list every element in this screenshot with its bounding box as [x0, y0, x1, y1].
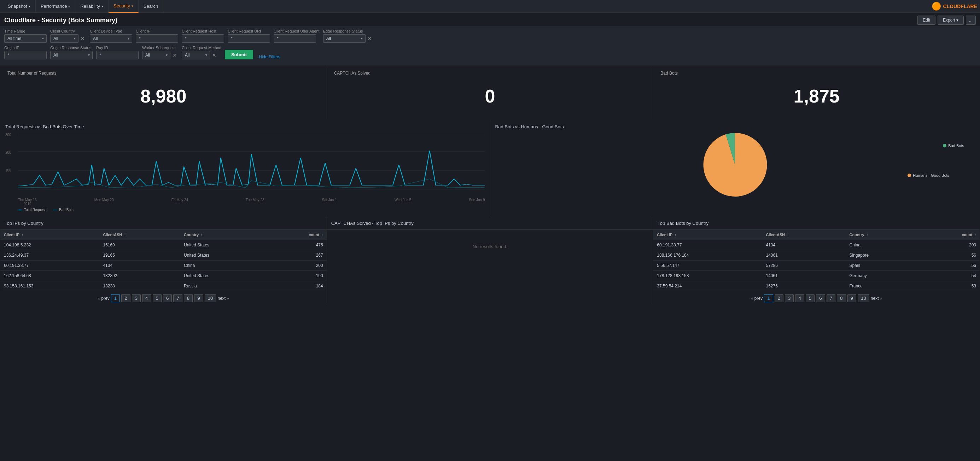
- asn-cell-4: 13238: [99, 281, 180, 291]
- bad-bots-page-3[interactable]: 3: [785, 294, 794, 302]
- hide-filters-link[interactable]: Hide Filters: [259, 54, 280, 59]
- filter-worker-subrequest: Worker Subrequest All ▼ ✕: [142, 46, 178, 59]
- top-ips-page-8[interactable]: 8: [184, 294, 192, 302]
- legend-label-bad: Bad Bots: [59, 208, 73, 212]
- origin-ip-input[interactable]: [4, 51, 47, 59]
- top-ips-page-1[interactable]: 1: [111, 294, 120, 302]
- nav-reliability[interactable]: Reliability ▾: [75, 0, 108, 13]
- count-cell-4: 184: [269, 281, 327, 291]
- snapshot-arrow: ▾: [29, 5, 30, 8]
- client-country-clear[interactable]: ✕: [79, 36, 86, 41]
- top-ips-page-10[interactable]: 10: [205, 294, 216, 302]
- bad-bots-page-6[interactable]: 6: [816, 294, 825, 302]
- client-ip-input[interactable]: [136, 34, 178, 43]
- ray-id-input[interactable]: [96, 51, 138, 59]
- table-row: 136.24.49.37 19165 United States 267: [0, 250, 327, 261]
- bb-count-cell-3: 54: [920, 271, 980, 281]
- edge-response-status-select[interactable]: All: [323, 34, 366, 43]
- bad-bots-page-10[interactable]: 10: [858, 294, 869, 302]
- bad-bots-page-8[interactable]: 8: [837, 294, 846, 302]
- pie-label-humans: Humans - Good Bots: [907, 173, 949, 178]
- nav-performance[interactable]: Performance ▾: [36, 0, 75, 13]
- col-client-ip[interactable]: Client IP ↕: [0, 230, 99, 240]
- pie-chart-card: Bad Bots vs Humans - Good Bots Bad Bots …: [490, 119, 980, 217]
- bad-bots-page-1[interactable]: 1: [764, 294, 773, 302]
- top-ips-page-6[interactable]: 6: [163, 294, 172, 302]
- bb-col-client-ip[interactable]: Client IP ↕: [653, 230, 762, 240]
- pie-chart-svg: [700, 129, 770, 200]
- line-chart-svg: [18, 133, 485, 189]
- top-ips-table: Client IP ↕ ClientASN ↕ Country ↕ count …: [0, 230, 327, 291]
- nav-performance-label: Performance: [41, 3, 67, 9]
- filter-ray-id: Ray ID: [96, 46, 138, 59]
- origin-response-status-select[interactable]: All: [50, 51, 92, 59]
- top-ips-page-9[interactable]: 9: [194, 294, 203, 302]
- edit-button[interactable]: Edit: [918, 16, 935, 25]
- worker-subrequest-clear[interactable]: ✕: [171, 52, 178, 58]
- col-count[interactable]: count ↕: [269, 230, 327, 240]
- top-ips-table-title: Top IPs by Country: [0, 217, 327, 230]
- top-ips-page-3[interactable]: 3: [132, 294, 141, 302]
- bad-bots-page-5[interactable]: 5: [806, 294, 815, 302]
- nav-security-label: Security: [113, 3, 130, 8]
- worker-subrequest-select[interactable]: All: [142, 51, 170, 59]
- client-request-host-input[interactable]: [182, 34, 224, 43]
- bad-bots-page-7[interactable]: 7: [827, 294, 835, 302]
- top-ips-prev[interactable]: « prev: [97, 296, 109, 301]
- filter-row-1: Time Range All time ▼ Client Country All…: [4, 29, 976, 43]
- pie-dot-humans: [907, 173, 911, 177]
- top-ips-page-5[interactable]: 5: [153, 294, 162, 302]
- client-request-uri-input[interactable]: [228, 34, 270, 43]
- col-clientasn[interactable]: ClientASN ↕: [99, 230, 180, 240]
- bb-asn-cell-0: 4134: [762, 240, 846, 250]
- edge-response-status-clear[interactable]: ✕: [366, 36, 373, 41]
- export-button[interactable]: Export ▾: [937, 16, 964, 25]
- nav-snapshot[interactable]: Snapshot ▾: [3, 0, 36, 13]
- top-ips-next[interactable]: next »: [218, 296, 229, 301]
- submit-button[interactable]: Submit: [225, 50, 253, 59]
- nav-search[interactable]: Search: [138, 0, 163, 13]
- bb-asn-cell-3: 14061: [762, 271, 846, 281]
- cloudflare-logo: 🟠 CLOUDFLARE: [932, 2, 977, 11]
- top-ips-page-7[interactable]: 7: [173, 294, 182, 302]
- pie-dot-bad: [943, 144, 947, 148]
- chart-legend: Total Requests Bad Bots: [18, 208, 485, 212]
- edge-response-status-label: Edge Response Status: [323, 29, 373, 33]
- bb-ip-cell-1: 188.166.176.184: [653, 250, 762, 261]
- bb-col-count[interactable]: count ↕: [920, 230, 980, 240]
- bb-sort-icon-count: ↕: [975, 233, 977, 237]
- line-chart-title: Total Requests vs Bad Bots Over Time: [5, 124, 485, 129]
- asn-cell-1: 19165: [99, 250, 180, 261]
- bad-bots-next[interactable]: next »: [871, 296, 883, 301]
- table-row: 60.191.38.77 4134 China 200: [0, 261, 327, 271]
- bad-bots-page-2[interactable]: 2: [775, 294, 783, 302]
- nav-security[interactable]: Security ▾: [108, 0, 138, 13]
- ip-cell-0: 104.198.5.232: [0, 240, 99, 250]
- bb-ip-cell-3: 178.128.193.158: [653, 271, 762, 281]
- bb-col-clientasn[interactable]: ClientASN ↕: [762, 230, 846, 240]
- charts-row: Total Requests vs Bad Bots Over Time 300…: [0, 119, 980, 217]
- time-range-select[interactable]: All time: [4, 34, 47, 43]
- top-ips-page-2[interactable]: 2: [121, 294, 130, 302]
- cf-cloud-icon: 🟠: [932, 2, 941, 11]
- bb-asn-cell-2: 57286: [762, 261, 846, 271]
- client-device-type-select[interactable]: All: [90, 34, 132, 43]
- client-request-user-agent-input[interactable]: [274, 34, 316, 43]
- col-country[interactable]: Country ↕: [180, 230, 269, 240]
- bb-col-country[interactable]: Country ↕: [846, 230, 920, 240]
- client-request-method-select[interactable]: All: [182, 51, 210, 59]
- legend-bad-bots: Bad Bots: [53, 208, 73, 212]
- client-country-select[interactable]: All: [50, 34, 78, 43]
- bad-bots-tbody: 60.191.38.77 4134 China 200 188.166.176.…: [653, 240, 980, 291]
- bad-bots-title: Bad Bots: [660, 71, 972, 76]
- client-request-method-clear[interactable]: ✕: [211, 52, 218, 58]
- more-button[interactable]: ...: [966, 16, 976, 25]
- total-requests-title: Total Number of Requests: [8, 71, 320, 76]
- top-ips-page-4[interactable]: 4: [142, 294, 151, 302]
- country-cell-3: United States: [180, 271, 269, 281]
- bad-bots-page-4[interactable]: 4: [795, 294, 804, 302]
- bad-bots-prev[interactable]: « prev: [751, 296, 762, 301]
- filter-origin-response-status: Origin Response Status All ▼: [50, 46, 92, 59]
- captchas-solved-value: 0: [334, 78, 646, 114]
- bad-bots-page-9[interactable]: 9: [848, 294, 856, 302]
